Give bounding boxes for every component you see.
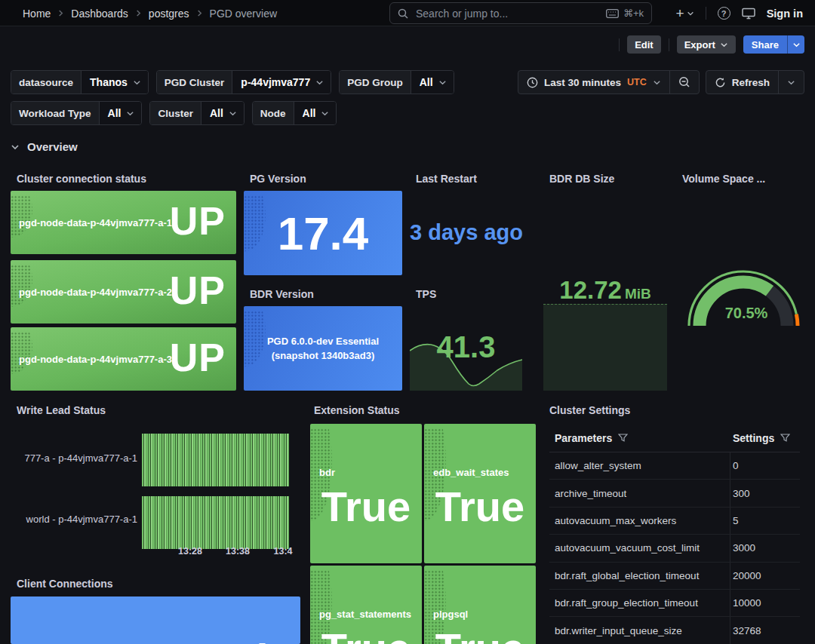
toolbar-divider	[669, 38, 669, 51]
variable-workload-type[interactable]: Workload Type All	[11, 101, 142, 125]
node-status-tile: pgd-node-data-p-44vjmva777-a-1 UP	[11, 191, 236, 254]
dashboard-toolbar: Edit Export Share	[0, 27, 815, 62]
search-bar[interactable]: ⌘+k	[389, 2, 652, 24]
variable-label: PGD Cluster	[157, 71, 233, 94]
kiosk-mode-button[interactable]	[742, 8, 755, 20]
export-button[interactable]: Export	[677, 35, 736, 54]
node-status-tile: pgd-node-data-p-44vjmva777-a-2 UP	[11, 260, 236, 324]
filter-icon[interactable]	[618, 434, 628, 443]
variables-row-1: datasource Thanos PGD Cluster p-44vjmva7…	[11, 70, 454, 94]
help-button[interactable]: ?	[718, 7, 730, 20]
panel-title-bdr-version[interactable]: BDR Version	[250, 288, 314, 300]
time-range-picker[interactable]: Last 30 minutes UTC	[518, 71, 669, 94]
node-status-tile: pgd-node-data-p-44vjmva777-a-3 UP	[11, 327, 236, 391]
bdr-db-size-area	[543, 304, 667, 391]
x-axis-tick: 13:4	[272, 546, 294, 557]
variable-label: Workload Type	[11, 102, 100, 124]
help-icon: ?	[718, 7, 730, 20]
variable-value: All	[303, 107, 316, 119]
share-dropdown-button[interactable]	[787, 35, 804, 54]
share-button[interactable]: Share	[743, 35, 787, 54]
variable-value: All	[210, 107, 223, 119]
sign-in-button[interactable]: Sign in	[767, 8, 803, 20]
toolbar-divider	[619, 38, 620, 51]
parameter-cell: autovacuum_max_workers	[549, 508, 730, 534]
keyboard-icon	[606, 9, 619, 18]
variable-label: Cluster	[150, 102, 201, 124]
variable-pgd-group[interactable]: PGD Group All	[339, 70, 454, 94]
breadcrumb-dashboards[interactable]: Dashboards	[71, 8, 128, 20]
table-row: autovacuum_max_workers 5	[549, 508, 800, 535]
chevron-right-icon	[135, 10, 142, 17]
bdr-db-size-unit: MiB	[625, 286, 651, 302]
setting-cell: 10000	[730, 597, 800, 609]
table-row: bdr.writer_input_queue_size 32768	[549, 617, 800, 644]
zoom-out-button[interactable]	[670, 71, 699, 94]
panel-title-pg-version[interactable]: PG Version	[250, 173, 306, 185]
overview-section-toggle[interactable]: Overview	[11, 140, 78, 153]
setting-cell: 0	[730, 460, 800, 471]
panel-title-cluster-connection-status[interactable]: Cluster connection status	[17, 173, 146, 185]
write-lead-timeline-row[interactable]	[142, 496, 289, 549]
top-nav: Home Dashboards postgres PGD overview ⌘+…	[0, 0, 815, 26]
extension-name: edb_wait_states	[433, 467, 509, 478]
parameter-cell: bdr.raft_group_election_timeout	[549, 590, 730, 616]
chevron-down-icon	[126, 109, 134, 118]
panel-title-write-lead-status[interactable]: Write Lead Status	[17, 404, 106, 416]
chevron-down-icon	[11, 143, 20, 152]
refresh-icon	[715, 77, 726, 88]
parameter-cell: bdr.writer_input_queue_size	[549, 617, 730, 643]
filter-icon[interactable]	[780, 434, 790, 443]
plus-icon: +	[676, 6, 684, 20]
edit-button[interactable]: Edit	[627, 35, 661, 54]
extension-tile-edb-wait-states: edb_wait_states True	[424, 424, 536, 563]
column-header-settings[interactable]: Settings	[733, 432, 774, 444]
breadcrumb-home[interactable]: Home	[23, 8, 51, 20]
variable-cluster[interactable]: Cluster All	[149, 101, 244, 125]
variable-value: All	[420, 76, 433, 88]
panel-title-cluster-settings[interactable]: Cluster Settings	[549, 404, 630, 416]
breadcrumb-postgres[interactable]: postgres	[149, 8, 189, 20]
chevron-down-icon	[687, 10, 694, 17]
panel-title-volume-space[interactable]: Volume Space ...	[682, 173, 765, 185]
panel-title-extension-status[interactable]: Extension Status	[314, 404, 400, 416]
chevron-down-icon	[438, 78, 447, 87]
write-lead-timeline-row[interactable]	[142, 434, 289, 486]
variable-node[interactable]: Node All	[252, 101, 337, 125]
refresh-interval-button[interactable]	[779, 71, 804, 94]
cluster-settings-table: Parameters Settings allow_alter_system 0…	[549, 424, 800, 644]
panel-title-bdr-db-size[interactable]: BDR DB Size	[549, 173, 614, 185]
node-status-value: UP	[170, 268, 226, 313]
table-row: bdr.raft_group_election_timeout 10000	[549, 590, 800, 617]
tps-value: 41.3	[410, 330, 522, 364]
breadcrumb: Home Dashboards postgres PGD overview	[23, 0, 277, 26]
last-restart-value: 3 days ago	[410, 220, 523, 245]
breadcrumb-current-page: PGD overview	[210, 8, 277, 20]
monitor-icon	[742, 8, 755, 20]
timezone-label: UTC	[627, 77, 647, 87]
bdr-db-size-value: 12.72MiB	[539, 276, 672, 305]
extension-value: True	[310, 624, 422, 644]
extension-name: bdr	[319, 467, 335, 478]
new-menu-button[interactable]: +	[676, 6, 694, 20]
panel-title-client-connections[interactable]: Client Connections	[17, 578, 113, 590]
extension-value: True	[424, 624, 536, 644]
bdr-version-tile: PGD 6.0.0-dev Essential (snapshot 1340b3…	[244, 306, 402, 391]
column-header-parameters[interactable]: Parameters	[555, 432, 612, 444]
panel-title-tps[interactable]: TPS	[416, 288, 436, 300]
write-lead-row-label: 777-a - p-44vjmva777-a-1	[11, 452, 137, 464]
refresh-button[interactable]: Refresh	[706, 71, 778, 94]
search-input[interactable]	[414, 7, 600, 20]
extension-tile-pg-stat-statements: pg_stat_statements True	[310, 566, 422, 644]
chevron-down-icon	[321, 109, 329, 118]
setting-cell: 5	[730, 515, 800, 526]
variable-datasource[interactable]: datasource Thanos	[11, 70, 149, 94]
panel-title-last-restart[interactable]: Last Restart	[416, 173, 477, 185]
setting-cell: 3000	[730, 542, 800, 554]
setting-cell: 20000	[730, 570, 800, 581]
time-range-group: Last 30 minutes UTC	[518, 70, 700, 94]
variable-value: Thanos	[90, 76, 128, 88]
variable-label: datasource	[11, 71, 82, 94]
variable-pgd-cluster[interactable]: PGD Cluster p-44vjmva777	[156, 70, 331, 94]
extension-tile-plpgsql: plpgsql True	[424, 566, 536, 644]
